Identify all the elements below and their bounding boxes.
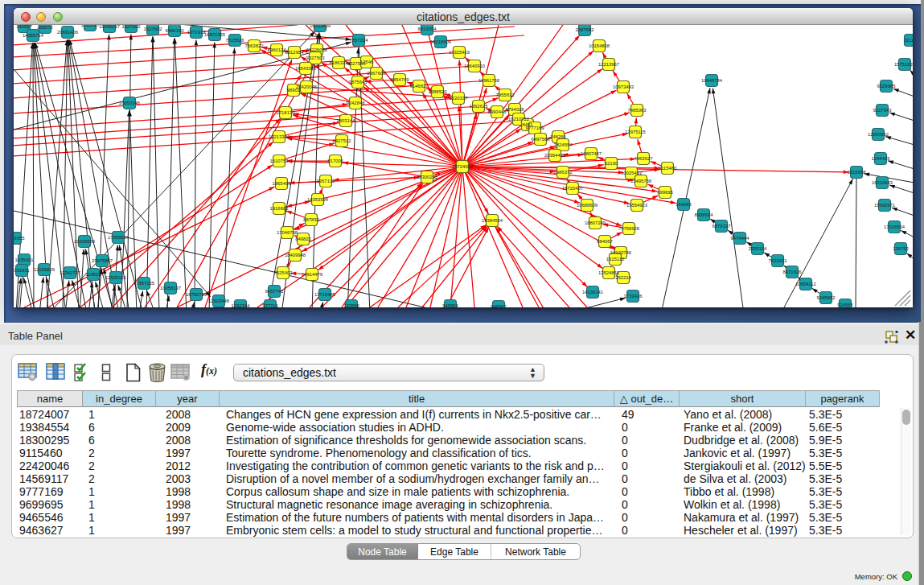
svg-text:15751024: 15751024 [894, 62, 913, 67]
svg-text:10688609: 10688609 [577, 203, 598, 208]
svg-text:4463627: 4463627 [634, 156, 653, 161]
svg-text:16033809: 16033809 [310, 25, 331, 28]
svg-text:15692971: 15692971 [874, 203, 895, 208]
svg-text:7955812: 7955812 [496, 93, 515, 97]
svg-text:9146821: 9146821 [410, 84, 429, 89]
svg-text:18640910: 18640910 [464, 64, 486, 68]
svg-text:2803144: 2803144 [337, 118, 356, 123]
svg-text:1610753: 1610753 [270, 159, 290, 163]
svg-text:29975887: 29975887 [92, 258, 113, 263]
svg-text:977716: 977716 [262, 303, 278, 307]
svg-text:1615112: 1615112 [606, 257, 625, 262]
svg-text:1527602: 1527602 [144, 27, 162, 31]
svg-text:12975115: 12975115 [625, 130, 646, 134]
svg-text:884067: 884067 [597, 239, 613, 244]
svg-text:12342737: 12342737 [60, 270, 80, 275]
svg-text:9227343: 9227343 [873, 108, 893, 113]
svg-text:10648784: 10648784 [701, 78, 723, 83]
svg-text:9115460: 9115460 [659, 166, 677, 171]
svg-text:1916682: 1916682 [270, 206, 289, 211]
svg-text:18409948: 18409948 [285, 253, 306, 257]
svg-text:10807487: 10807487 [581, 151, 602, 156]
svg-text:1388520: 1388520 [429, 89, 448, 94]
svg-text:13546: 13546 [360, 60, 374, 64]
svg-text:946562: 946562 [491, 304, 507, 307]
svg-text:16210722: 16210722 [508, 117, 529, 122]
svg-text:12213967: 12213967 [598, 62, 619, 67]
svg-text:7632621: 7632621 [769, 258, 787, 263]
svg-text:8938914: 8938914 [695, 212, 714, 217]
svg-text:746266: 746266 [550, 134, 566, 139]
svg-text:18807249: 18807249 [585, 220, 606, 225]
svg-text:9777169: 9777169 [526, 126, 544, 130]
svg-text:114519: 114519 [85, 272, 101, 277]
svg-text:2087682: 2087682 [576, 27, 594, 32]
svg-text:12093852: 12093852 [868, 132, 889, 137]
svg-text:1292344: 1292344 [232, 303, 251, 307]
svg-text:16210643: 16210643 [872, 180, 893, 185]
svg-text:817006: 817006 [327, 159, 343, 163]
svg-text:15720407: 15720407 [562, 186, 583, 191]
svg-text:19218906: 19218906 [430, 39, 452, 44]
svg-text:8220337: 8220337 [450, 96, 468, 101]
svg-text:1965493: 1965493 [273, 181, 292, 186]
svg-text:16671355: 16671355 [204, 32, 226, 37]
svg-text:20053346: 20053346 [119, 101, 141, 105]
svg-text:8990448: 8990448 [488, 109, 507, 114]
svg-text:17046798: 17046798 [277, 230, 298, 235]
svg-text:7515526: 7515526 [226, 38, 245, 43]
svg-text:391931: 391931 [14, 268, 30, 273]
svg-text:12213304: 12213304 [269, 134, 290, 139]
svg-text:2967608: 2967608 [368, 71, 387, 76]
svg-text:126753: 126753 [893, 246, 909, 251]
svg-text:699695: 699695 [657, 190, 673, 195]
svg-text:1362615: 1362615 [470, 104, 489, 109]
svg-text:3824554: 3824554 [554, 142, 573, 147]
svg-text:12156829: 12156829 [34, 267, 55, 272]
svg-text:16782759: 16782759 [186, 292, 207, 297]
svg-text:8813054: 8813054 [418, 27, 437, 31]
svg-text:10654112: 10654112 [795, 282, 816, 286]
svg-text:9215958: 9215958 [848, 170, 867, 175]
svg-text:1733426: 1733426 [624, 294, 643, 299]
svg-text:16120746: 16120746 [610, 250, 632, 255]
svg-text:252214: 252214 [615, 275, 631, 280]
svg-text:140557: 140557 [16, 25, 32, 29]
svg-text:16543382: 16543382 [295, 66, 316, 71]
svg-text:10358137: 10358137 [160, 286, 181, 290]
svg-text:13325419: 13325419 [449, 50, 470, 55]
svg-text:9242848: 9242848 [347, 101, 366, 105]
svg-text:20206588: 20206588 [74, 239, 96, 244]
svg-text:16961758: 16961758 [478, 78, 500, 83]
svg-text:9329965: 9329965 [877, 84, 897, 89]
svg-text:14353594: 14353594 [307, 197, 329, 202]
svg-text:7625402: 7625402 [274, 270, 293, 275]
svg-text:1244415: 1244415 [872, 156, 891, 161]
svg-text:8454749: 8454749 [391, 77, 409, 82]
svg-text:9245652: 9245652 [817, 295, 836, 300]
svg-text:10655267: 10655267 [99, 25, 120, 29]
svg-text:8427512: 8427512 [333, 138, 351, 143]
svg-text:1065527: 1065527 [81, 25, 100, 27]
svg-text:2063055: 2063055 [14, 236, 25, 241]
svg-text:17359924: 17359924 [108, 235, 129, 240]
svg-text:13716485: 13716485 [314, 292, 336, 297]
svg-text:6794028: 6794028 [506, 107, 525, 112]
svg-text:2718170: 2718170 [277, 110, 296, 115]
svg-text:14055714: 14055714 [23, 33, 44, 38]
svg-text:205572: 205572 [37, 25, 53, 30]
svg-text:13495758: 13495758 [630, 179, 652, 183]
svg-text:9474444: 9474444 [731, 236, 750, 241]
svg-text:15226058: 15226058 [306, 47, 328, 52]
svg-text:924565: 924565 [837, 303, 853, 307]
svg-text:14136141: 14136141 [582, 290, 603, 295]
svg-text:12505115: 12505115 [105, 275, 126, 280]
svg-text:9327503: 9327503 [306, 56, 326, 60]
svg-text:6497568: 6497568 [532, 137, 551, 142]
svg-text:14914479: 14914479 [302, 272, 322, 277]
svg-text:18300295: 18300295 [417, 175, 438, 179]
svg-text:946554: 946554 [442, 303, 458, 307]
svg-text:98901: 98901 [287, 88, 300, 93]
svg-text:7663822: 7663822 [245, 43, 264, 48]
svg-text:79756928: 79756928 [618, 226, 640, 231]
